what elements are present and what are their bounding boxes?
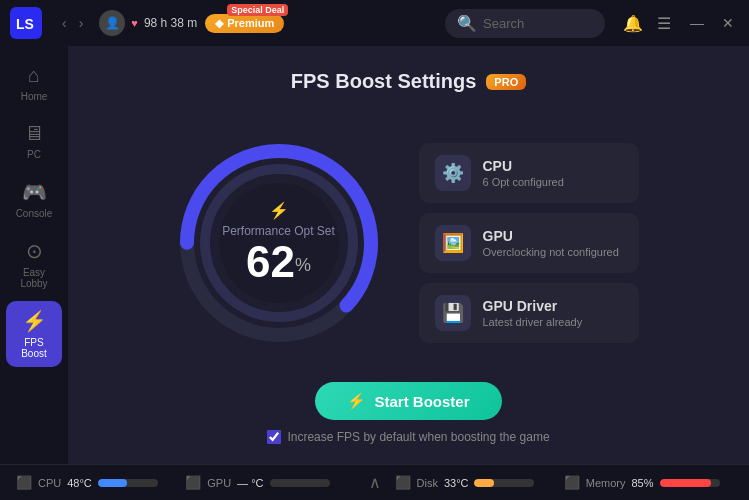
- status-bar: ⬛ CPU 48°C ⬛ GPU — °C ∧ ⬛ Disk 33°C ⬛ Me…: [0, 464, 749, 500]
- cpu-card-text: CPU 6 Opt configured: [483, 158, 623, 188]
- gauge-section: ⚡ Performance Opt Set 62% ⚙️ CPU 6 Opt c…: [98, 113, 719, 372]
- page-title: FPS Boost Settings: [291, 70, 477, 93]
- status-gpu: ⬛ GPU — °C: [185, 475, 354, 490]
- easy-lobby-icon: ⊙: [26, 239, 43, 263]
- sidebar-item-fps-boost-label: FPS Boost: [12, 337, 56, 359]
- cpu-status-bar-fill: [98, 479, 127, 487]
- cpu-card[interactable]: ⚙️ CPU 6 Opt configured: [419, 143, 639, 203]
- user-time: 98 h 38 m: [144, 16, 197, 30]
- disk-status-bar-fill: [474, 479, 494, 487]
- status-cpu: ⬛ CPU 48°C: [16, 475, 185, 490]
- gauge-label: Performance Opt Set: [222, 224, 335, 238]
- gauge-bolt-icon: ⚡: [269, 201, 289, 220]
- gauge-unit: %: [295, 255, 311, 275]
- gpu-card-icon: 🖼️: [435, 225, 471, 261]
- search-bar[interactable]: 🔍: [445, 9, 605, 38]
- cpu-status-value: 48°C: [67, 477, 92, 489]
- fps-boost-icon: ⚡: [22, 309, 47, 333]
- special-deal-tag: Special Deal: [227, 4, 288, 16]
- user-info: 👤 ♥ 98 h 38 m: [99, 10, 197, 36]
- chevron-up-icon[interactable]: ∧: [369, 473, 381, 492]
- sidebar-item-home[interactable]: ⌂ Home: [6, 56, 62, 110]
- menu-icon[interactable]: ☰: [655, 12, 673, 35]
- checkbox-row: Increase FPS by default when boosting th…: [267, 430, 549, 444]
- cards-panel: ⚙️ CPU 6 Opt configured 🖼️ GPU Overclock…: [419, 143, 639, 343]
- premium-badge[interactable]: ◆ Premium Special Deal: [205, 14, 284, 33]
- gauge-center: ⚡ Performance Opt Set 62%: [222, 201, 335, 284]
- gpu-card[interactable]: 🖼️ GPU Overclocking not configured: [419, 213, 639, 273]
- close-button[interactable]: ✕: [717, 13, 739, 33]
- gpu-driver-card-icon: 💾: [435, 295, 471, 331]
- start-bolt-icon: ⚡: [347, 392, 366, 410]
- gpu-status-value: — °C: [237, 477, 263, 489]
- memory-status-bar-fill: [660, 479, 711, 487]
- search-icon: 🔍: [457, 14, 477, 33]
- gauge-value: 62: [246, 237, 295, 286]
- chevron-up-area[interactable]: ∧: [355, 473, 395, 492]
- sidebar-item-easy-lobby[interactable]: ⊙ Easy Lobby: [6, 231, 62, 297]
- console-icon: 🎮: [22, 180, 47, 204]
- gpu-driver-card-title: GPU Driver: [483, 298, 623, 314]
- disk-status-bar: [474, 479, 534, 487]
- forward-button[interactable]: ›: [75, 13, 88, 33]
- start-btn-label: Start Booster: [374, 393, 469, 410]
- sidebar-item-pc[interactable]: 🖥 PC: [6, 114, 62, 168]
- cpu-status-icon: ⬛: [16, 475, 32, 490]
- gpu-status-bar: [270, 479, 330, 487]
- cpu-card-subtitle: 6 Opt configured: [483, 176, 623, 188]
- gpu-status-icon: ⬛: [185, 475, 201, 490]
- disk-status-label: Disk: [417, 477, 438, 489]
- pro-badge: PRO: [486, 74, 526, 90]
- sidebar-item-home-label: Home: [21, 91, 48, 102]
- gpu-driver-card-text: GPU Driver Latest driver already: [483, 298, 623, 328]
- gpu-driver-card[interactable]: 💾 GPU Driver Latest driver already: [419, 283, 639, 343]
- sidebar: ⌂ Home 🖥 PC 🎮 Console ⊙ Easy Lobby ⚡ FPS…: [0, 46, 68, 464]
- status-disk: ⬛ Disk 33°C: [395, 475, 564, 490]
- search-input[interactable]: [483, 16, 593, 31]
- gauge-value-row: 62%: [246, 240, 311, 284]
- gpu-driver-card-subtitle: Latest driver already: [483, 316, 623, 328]
- heart-icon: ♥: [131, 17, 138, 29]
- main-layout: ⌂ Home 🖥 PC 🎮 Console ⊙ Easy Lobby ⚡ FPS…: [0, 46, 749, 464]
- memory-status-icon: ⬛: [564, 475, 580, 490]
- title-icons: 🔔 ☰: [621, 12, 673, 35]
- back-button[interactable]: ‹: [58, 13, 71, 33]
- gpu-card-title: GPU: [483, 228, 623, 244]
- memory-status-label: Memory: [586, 477, 626, 489]
- notification-icon[interactable]: 🔔: [621, 12, 645, 35]
- sidebar-item-pc-label: PC: [27, 149, 41, 160]
- sidebar-item-console-label: Console: [16, 208, 53, 219]
- status-memory: ⬛ Memory 85%: [564, 475, 733, 490]
- content-area: FPS Boost Settings PRO: [68, 46, 749, 464]
- pc-icon: 🖥: [24, 122, 44, 145]
- gpu-card-text: GPU Overclocking not configured: [483, 228, 623, 258]
- cpu-status-bar: [98, 479, 158, 487]
- cpu-card-title: CPU: [483, 158, 623, 174]
- cpu-card-icon: ⚙️: [435, 155, 471, 191]
- disk-status-icon: ⬛: [395, 475, 411, 490]
- window-controls: — ✕: [685, 13, 739, 33]
- disk-status-value: 33°C: [444, 477, 469, 489]
- sidebar-item-easy-lobby-label: Easy Lobby: [12, 267, 56, 289]
- home-icon: ⌂: [28, 64, 40, 87]
- avatar: 👤: [99, 10, 125, 36]
- gauge-container: ⚡ Performance Opt Set 62%: [179, 143, 379, 343]
- checkbox-label: Increase FPS by default when boosting th…: [287, 430, 549, 444]
- gpu-card-subtitle: Overclocking not configured: [483, 246, 623, 258]
- gpu-status-label: GPU: [207, 477, 231, 489]
- memory-status-value: 85%: [631, 477, 653, 489]
- premium-label: Premium: [227, 17, 274, 29]
- sidebar-item-fps-boost[interactable]: ⚡ FPS Boost: [6, 301, 62, 367]
- fps-default-checkbox[interactable]: [267, 430, 281, 444]
- start-booster-button[interactable]: ⚡ Start Booster: [315, 382, 501, 420]
- cpu-status-label: CPU: [38, 477, 61, 489]
- diamond-icon: ◆: [215, 17, 223, 30]
- app-logo: LS: [10, 7, 42, 39]
- start-section: ⚡ Start Booster Increase FPS by default …: [267, 382, 549, 444]
- title-bar: LS ‹ › 👤 ♥ 98 h 38 m ◆ Premium Special D…: [0, 0, 749, 46]
- page-title-row: FPS Boost Settings PRO: [291, 70, 526, 93]
- minimize-button[interactable]: —: [685, 13, 709, 33]
- svg-text:LS: LS: [16, 16, 34, 32]
- sidebar-item-console[interactable]: 🎮 Console: [6, 172, 62, 227]
- memory-status-bar: [660, 479, 720, 487]
